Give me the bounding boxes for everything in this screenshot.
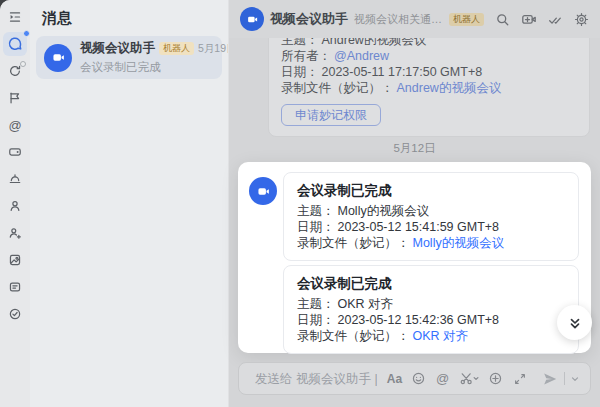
bot-avatar-message — [249, 177, 277, 205]
text-format-icon[interactable]: Aa — [386, 370, 403, 387]
expand-composer-icon[interactable] — [511, 370, 528, 387]
screenshot-scissors-icon[interactable] — [458, 370, 480, 387]
gallery-icon[interactable] — [7, 252, 23, 268]
send-icon[interactable] — [541, 370, 558, 387]
attachment-plus-icon[interactable] — [487, 370, 504, 387]
date-value: 2023-05-11 17:17:50 GMT+8 — [322, 64, 483, 80]
file-label: 录制文件（妙记）： — [281, 80, 394, 96]
nav-rail: @ — [0, 0, 30, 407]
conversation-list-panel: 消息 视频会议助手 机器人 5月19日 会议录制已完成 — [30, 0, 228, 407]
message-card-andrew: 主题：Andrew的视频会议 所有者：@Andrew 日期：2023-05-11… — [268, 23, 590, 137]
date-label: 日期： — [281, 64, 319, 80]
message-card-okr: 会议录制已完成 主题：OKR 对齐 日期：2023-05-12 15:42:36… — [283, 265, 579, 354]
helpdesk-icon[interactable] — [7, 171, 23, 187]
message-input[interactable] — [253, 371, 379, 387]
recording-link[interactable]: Andrew的视频会议 — [397, 80, 502, 96]
message-composer: Aa @ — [238, 362, 591, 395]
unread-badge — [23, 30, 30, 37]
conversation-preview: 会议录制已完成 — [80, 60, 214, 75]
chat-avatar — [240, 7, 264, 31]
contacts-icon[interactable] — [7, 198, 23, 214]
video-call-icon[interactable] — [521, 11, 537, 28]
composer-divider — [564, 372, 565, 385]
external-contacts-icon[interactable] — [7, 225, 23, 241]
bot-badge: 机器人 — [159, 42, 194, 55]
panel-title: 消息 — [42, 9, 72, 28]
tag-icon[interactable] — [7, 144, 23, 160]
date-divider: 5月12日 — [229, 141, 600, 156]
snooze-icon[interactable] — [7, 63, 23, 79]
topic-value: Molly的视频会议 — [338, 203, 430, 219]
recording-link[interactable]: OKR 对齐 — [413, 328, 469, 344]
date-value: 2023-05-12 15:42:36 GMT+8 — [338, 312, 500, 328]
at-glyph: @ — [8, 118, 21, 133]
topic-label: 主题： — [297, 203, 335, 219]
recording-link[interactable]: Molly的视频会议 — [413, 235, 505, 251]
search-icon[interactable] — [495, 11, 510, 28]
bot-badge-header: 机器人 — [449, 13, 484, 26]
file-label: 录制文件（妙记）： — [297, 328, 410, 344]
flag-icon[interactable] — [7, 90, 23, 106]
date-label: 日期： — [297, 219, 335, 235]
messages-icon[interactable] — [3, 32, 27, 56]
request-minutes-permission-button[interactable]: 申请妙记权限 — [281, 104, 381, 126]
chat-area: 视频会议助手 视频会议相关通知 | 查看所有妙... 机器人 主题：Andrew… — [228, 0, 600, 407]
collapse-sidebar-icon[interactable] — [7, 9, 23, 25]
bot-avatar — [44, 44, 72, 72]
conversation-text: 视频会议助手 机器人 5月19日 会议录制已完成 — [80, 40, 214, 75]
snooze-badge — [20, 61, 26, 67]
topic-label: 主题： — [297, 296, 335, 312]
date-label: 日期： — [297, 312, 335, 328]
owner-mention-link[interactable]: @Andrew — [334, 48, 389, 64]
file-label: 录制文件（妙记）： — [297, 235, 410, 251]
scroll-to-bottom-button[interactable] — [557, 305, 592, 340]
card-title: 会议录制已完成 — [297, 275, 565, 292]
topic-value: OKR 对齐 — [338, 296, 394, 312]
chat-subtitle[interactable]: 视频会议相关通知 | 查看所有妙... — [354, 12, 443, 27]
emoji-icon[interactable] — [410, 370, 427, 387]
tasks-icon[interactable] — [7, 306, 23, 322]
chat-title: 视频会议助手 — [270, 10, 348, 28]
conversation-name: 视频会议助手 — [80, 40, 155, 57]
mention-rail-icon[interactable]: @ — [7, 117, 23, 133]
send-options-chevron-icon[interactable] — [569, 370, 581, 387]
chat-header: 视频会议助手 视频会议相关通知 | 查看所有妙... 机器人 — [229, 0, 600, 38]
card-title: 会议录制已完成 — [297, 182, 565, 199]
tour-spotlight: 会议录制已完成 主题：Molly的视频会议 日期：2023-05-12 15:4… — [238, 162, 591, 353]
double-chevron-down-icon — [567, 315, 583, 331]
double-check-icon[interactable] — [548, 11, 563, 28]
mention-icon[interactable]: @ — [434, 370, 451, 387]
settings-gear-icon[interactable] — [574, 11, 589, 28]
app-window: @ 消息 视频会议助手 — [0, 0, 600, 407]
date-value: 2023-05-12 15:41:59 GMT+8 — [338, 219, 500, 235]
conversation-item[interactable]: 视频会议助手 机器人 5月19日 会议录制已完成 — [36, 36, 222, 79]
contact-cards-icon[interactable] — [7, 279, 23, 295]
owner-label: 所有者： — [281, 48, 331, 64]
message-card-molly: 会议录制已完成 主题：Molly的视频会议 日期：2023-05-12 15:4… — [283, 172, 579, 261]
